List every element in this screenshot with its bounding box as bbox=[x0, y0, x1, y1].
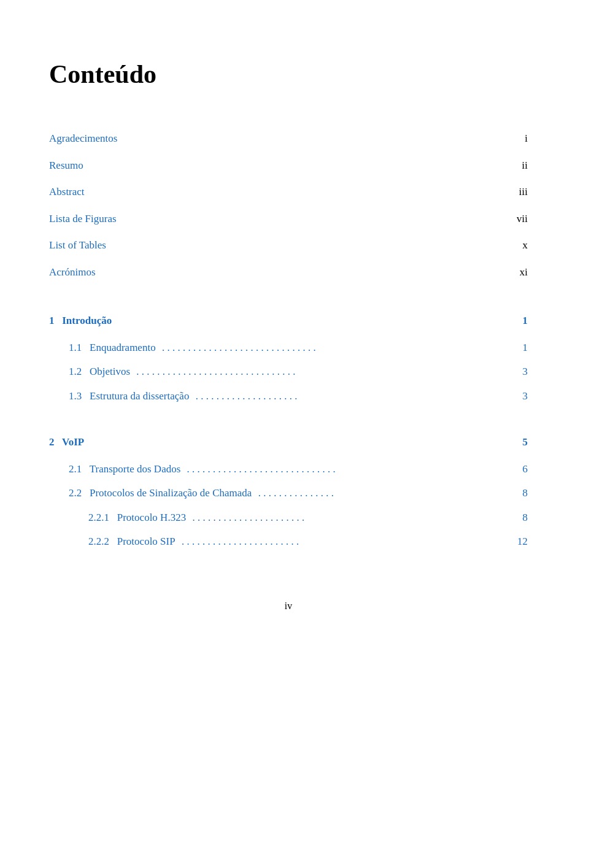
toc-section-1-2-dots: . . . . . . . . . . . . . . . . . . . . … bbox=[134, 364, 516, 380]
toc-section-2-1: 2.1 Transporte dos Dados . . . . . . . .… bbox=[49, 461, 528, 477]
toc-section-1-1-dots: . . . . . . . . . . . . . . . . . . . . … bbox=[160, 340, 517, 356]
toc-section-1-2-label: 1.2 Objetivos bbox=[69, 364, 130, 380]
toc-section-2-2-dots: . . . . . . . . . . . . . . . bbox=[255, 485, 516, 501]
toc-section-2-1-label: 2.1 Transporte dos Dados bbox=[69, 461, 180, 477]
toc-page-agradecimentos: i bbox=[525, 131, 528, 147]
toc-section: Agradecimentos i Resumo ii Abstract iii … bbox=[49, 131, 528, 550]
toc-label-agradecimentos: Agradecimentos bbox=[49, 131, 117, 147]
toc-section-1-3-label: 1.3 Estrutura da dissertação bbox=[69, 388, 189, 404]
toc-label-abstract: Abstract bbox=[49, 184, 85, 200]
toc-chapter-2-page: 5 bbox=[523, 434, 528, 450]
toc-page-abstract: iii bbox=[519, 184, 528, 200]
toc-section-1-2: 1.2 Objetivos . . . . . . . . . . . . . … bbox=[49, 364, 528, 380]
toc-chapter-1-label: 1 Introdução bbox=[49, 313, 112, 329]
toc-chapter-1: 1 Introdução 1 bbox=[49, 313, 528, 329]
toc-section-1-3-dots: . . . . . . . . . . . . . . . . . . . . bbox=[193, 388, 516, 404]
toc-page-acronimos: xi bbox=[520, 264, 528, 280]
toc-entry-agradecimentos: Agradecimentos i bbox=[49, 131, 528, 147]
toc-section-2-2-page: 8 bbox=[523, 485, 528, 501]
toc-entry-abstract: Abstract iii bbox=[49, 184, 528, 200]
toc-subsection-2-2-1: 2.2.1 Protocolo H.323 . . . . . . . . . … bbox=[49, 510, 528, 526]
toc-chapter-1-page: 1 bbox=[523, 313, 528, 329]
toc-label-lista-figuras: Lista de Figuras bbox=[49, 211, 117, 227]
footer-page-number: iv bbox=[285, 601, 292, 611]
toc-section-1-2-page: 3 bbox=[523, 364, 528, 380]
page-title: Conteúdo bbox=[49, 55, 528, 94]
toc-section-1-1-page: 1 bbox=[523, 340, 528, 356]
toc-section-2-1-page: 6 bbox=[523, 461, 528, 477]
toc-label-acronimos: Acrónimos bbox=[49, 264, 96, 280]
toc-page-resumo: ii bbox=[522, 158, 528, 174]
toc-label-resumo: Resumo bbox=[49, 158, 83, 174]
toc-label-list-tables: List of Tables bbox=[49, 237, 106, 253]
toc-entry-resumo: Resumo ii bbox=[49, 158, 528, 174]
toc-entry-lista-figuras: Lista de Figuras vii bbox=[49, 211, 528, 227]
toc-page-lista-figuras: vii bbox=[517, 211, 528, 227]
toc-chapter-2-label: 2 VoIP bbox=[49, 434, 84, 450]
toc-entry-acronimos: Acrónimos xi bbox=[49, 264, 528, 280]
toc-section-2-2-label: 2.2 Protocolos de Sinalização de Chamada bbox=[69, 485, 252, 501]
page-container: Conteúdo Agradecimentos i Resumo ii Abst… bbox=[49, 55, 528, 613]
toc-section-1-1: 1.1 Enquadramento . . . . . . . . . . . … bbox=[49, 340, 528, 356]
toc-subsection-2-2-2: 2.2.2 Protocolo SIP . . . . . . . . . . … bbox=[49, 534, 528, 550]
toc-section-1-1-label: 1.1 Enquadramento bbox=[69, 340, 156, 356]
toc-section-2-2: 2.2 Protocolos de Sinalização de Chamada… bbox=[49, 485, 528, 501]
toc-section-2-1-dots: . . . . . . . . . . . . . . . . . . . . … bbox=[184, 461, 516, 477]
toc-entry-list-tables: List of Tables x bbox=[49, 237, 528, 253]
toc-subsection-2-2-1-dots: . . . . . . . . . . . . . . . . . . . . … bbox=[190, 510, 516, 526]
toc-chapter-2: 2 VoIP 5 bbox=[49, 434, 528, 450]
page-footer: iv bbox=[49, 599, 528, 613]
toc-section-1-3: 1.3 Estrutura da dissertação . . . . . .… bbox=[49, 388, 528, 404]
toc-subsection-2-2-2-dots: . . . . . . . . . . . . . . . . . . . . … bbox=[179, 534, 511, 550]
toc-subsection-2-2-1-label: 2.2.1 Protocolo H.323 bbox=[88, 510, 186, 526]
toc-page-list-tables: x bbox=[523, 237, 528, 253]
toc-subsection-2-2-1-page: 8 bbox=[523, 510, 528, 526]
toc-section-1-3-page: 3 bbox=[523, 388, 528, 404]
toc-subsection-2-2-2-label: 2.2.2 Protocolo SIP bbox=[88, 534, 175, 550]
toc-subsection-2-2-2-page: 12 bbox=[517, 534, 528, 550]
